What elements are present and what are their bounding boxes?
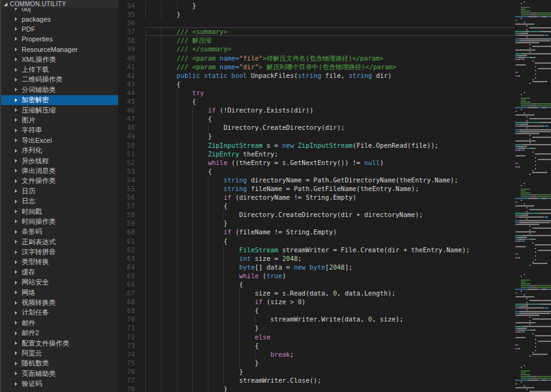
- line-number[interactable]: 43: [119, 80, 140, 88]
- sidebar-item[interactable]: 网站安全: [1, 278, 118, 288]
- sidebar-item[interactable]: 二维码操作类: [1, 75, 118, 85]
- sidebar-item[interactable]: 条形码: [1, 227, 118, 237]
- solution-root-node[interactable]: COMMON.UTILITY: [1, 0, 118, 8]
- line-number[interactable]: 44: [119, 88, 140, 97]
- sidebar-item[interactable]: 缓存: [1, 267, 118, 277]
- code-line[interactable]: {: [145, 237, 515, 245]
- sidebar-item[interactable]: 分词辅助类: [1, 85, 118, 95]
- code-line[interactable]: while (true): [145, 271, 515, 280]
- code-line[interactable]: Directory.CreateDirectory(dir + director…: [145, 210, 515, 219]
- sidebar-item[interactable]: 时间戳: [1, 207, 118, 216]
- line-number[interactable]: 50: [119, 141, 140, 150]
- sidebar-item[interactable]: 配置文件操作类: [1, 338, 118, 348]
- code-line[interactable]: }: [145, 359, 515, 367]
- line-number[interactable]: 61: [119, 237, 140, 245]
- code-line[interactable]: string fileName = Path.GetFileName(theEn…: [145, 184, 515, 193]
- code-line[interactable]: if (!Directory.Exists(dir)): [145, 106, 515, 114]
- line-number[interactable]: 65: [119, 271, 140, 280]
- code-line[interactable]: ZipEntry theEntry;: [145, 150, 515, 158]
- sidebar-item[interactable]: 视频转换类: [1, 297, 118, 307]
- line-number[interactable]: 59: [119, 219, 140, 228]
- line-number[interactable]: 73: [119, 341, 140, 350]
- sidebar-item[interactable]: 加密解密: [1, 95, 118, 105]
- line-number[interactable]: 46: [119, 106, 140, 114]
- code-line[interactable]: else: [145, 333, 515, 341]
- code-line[interactable]: /// <summary>: [145, 27, 515, 36]
- sidebar-item[interactable]: 邮件: [1, 318, 118, 328]
- line-number[interactable]: 56: [119, 193, 140, 202]
- code-line[interactable]: {: [145, 167, 515, 176]
- line-number[interactable]: 76: [119, 367, 140, 376]
- minimap[interactable]: [515, 0, 551, 392]
- line-number[interactable]: 64: [119, 263, 140, 271]
- code-line[interactable]: }: [145, 132, 515, 140]
- line-number[interactable]: 57: [119, 202, 140, 210]
- sidebar-item[interactable]: 图片: [1, 115, 118, 125]
- line-number[interactable]: 54: [119, 176, 140, 184]
- code-line[interactable]: [145, 19, 515, 27]
- line-number[interactable]: 48: [119, 123, 140, 132]
- code-line[interactable]: }: [145, 385, 515, 392]
- sidebar-item[interactable]: ResourceManager: [1, 45, 118, 54]
- sidebar-item[interactable]: 随机数类: [1, 359, 118, 369]
- code-line[interactable]: /// <param name="dir"> 解压到哪个目录中(包含物理路径)<…: [145, 62, 515, 71]
- sidebar-item[interactable]: 日志: [1, 196, 118, 206]
- line-number[interactable]: 74: [119, 350, 140, 359]
- line-number[interactable]: 62: [119, 245, 140, 254]
- code-line[interactable]: public static bool UnpackFiles(string fi…: [145, 71, 515, 80]
- sidebar-item[interactable]: 异步线程: [1, 156, 118, 166]
- code-content[interactable]: } } /// <summary> /// 解压缩 /// </summary>…: [140, 1, 515, 392]
- sidebar-item[interactable]: 正则表达式: [1, 237, 118, 247]
- code-line[interactable]: }: [145, 367, 515, 376]
- sidebar-item[interactable]: 邮件2: [1, 328, 118, 338]
- sidebar-item[interactable]: 计划任务: [1, 308, 118, 318]
- line-number[interactable]: 78: [119, 385, 140, 392]
- code-line[interactable]: if (size > 0): [145, 297, 515, 306]
- sidebar-item[interactable]: 时间操作类: [1, 216, 118, 226]
- code-line[interactable]: {: [145, 97, 515, 106]
- line-number[interactable]: 35: [119, 10, 140, 19]
- code-line[interactable]: FileStream streamWriter = File.Create(di…: [145, 245, 515, 254]
- code-line[interactable]: if (directoryName != String.Empty): [145, 193, 515, 202]
- sidebar-item[interactable]: 弹出消息类: [1, 166, 118, 176]
- line-number[interactable]: 69: [119, 306, 140, 315]
- line-number[interactable]: 66: [119, 280, 140, 289]
- code-line[interactable]: {: [145, 306, 515, 315]
- line-number[interactable]: 40: [119, 54, 140, 62]
- code-line[interactable]: {: [145, 341, 515, 350]
- code-line[interactable]: /// <param name="file">待解压文件名(包含物理路径)</p…: [145, 54, 515, 62]
- code-line[interactable]: break;: [145, 350, 515, 359]
- sidebar-item[interactable]: 字符串: [1, 126, 118, 135]
- code-line[interactable]: /// </summary>: [145, 45, 515, 53]
- code-line[interactable]: }: [145, 323, 515, 332]
- line-number[interactable]: 41: [119, 62, 140, 71]
- sidebar-item[interactable]: 日历: [1, 186, 118, 196]
- code-line[interactable]: size = s.Read(data, 0, data.Length);: [145, 289, 515, 297]
- line-number[interactable]: 55: [119, 184, 140, 193]
- line-number[interactable]: 37: [119, 27, 140, 36]
- sidebar-item[interactable]: 类型转换: [1, 257, 118, 267]
- code-line[interactable]: }: [145, 219, 515, 228]
- sidebar-item[interactable]: 导出Excel: [1, 135, 118, 145]
- line-number[interactable]: 47: [119, 114, 140, 123]
- line-number[interactable]: 58: [119, 210, 140, 219]
- line-number[interactable]: 38: [119, 36, 140, 45]
- line-number[interactable]: 36: [119, 19, 140, 27]
- code-line[interactable]: {: [145, 114, 515, 123]
- sidebar-item[interactable]: packages: [1, 14, 118, 23]
- line-number[interactable]: 75: [119, 359, 140, 367]
- sidebar-item[interactable]: Properties: [1, 34, 118, 44]
- code-line[interactable]: if (fileName != String.Empty): [145, 228, 515, 236]
- code-line[interactable]: string directoryName = Path.GetDirectory…: [145, 176, 515, 184]
- line-number[interactable]: 72: [119, 333, 140, 341]
- code-editor[interactable]: 3435363738394041424344454647484950515253…: [119, 0, 551, 392]
- code-line[interactable]: {: [145, 202, 515, 210]
- sidebar-item[interactable]: 压缩解压缩: [1, 105, 118, 115]
- sidebar-item[interactable]: 验证码: [1, 378, 118, 388]
- code-line[interactable]: {: [145, 80, 515, 88]
- sidebar-item[interactable]: 汉字转拼音: [1, 247, 118, 257]
- code-line[interactable]: int size = 2048;: [145, 254, 515, 263]
- sidebar-item[interactable]: 阿里云: [1, 348, 118, 358]
- code-line[interactable]: try: [145, 88, 515, 97]
- line-number[interactable]: 67: [119, 289, 140, 297]
